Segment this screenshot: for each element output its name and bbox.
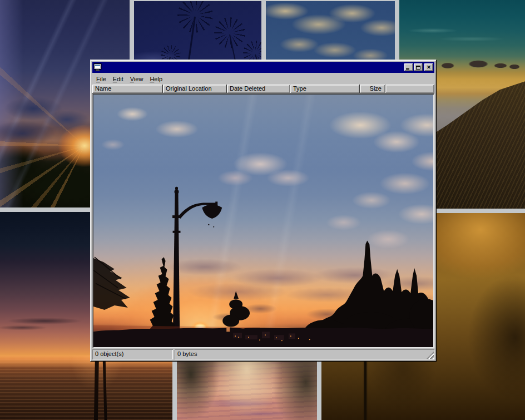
- menu-bar: File Edit View Help: [92, 73, 434, 85]
- column-header-size[interactable]: Size: [360, 85, 385, 93]
- title-bar[interactable]: ✕: [92, 62, 434, 73]
- maximize-button[interactable]: [414, 63, 423, 71]
- column-header-name[interactable]: Name: [92, 85, 163, 93]
- umbel-silhouette: [214, 17, 245, 48]
- maximize-icon: [416, 66, 420, 70]
- column-header-original-location[interactable]: Original Location: [163, 85, 227, 93]
- street-lamp-silhouette: [172, 187, 222, 347]
- column-header-date-deleted[interactable]: Date Deleted: [227, 85, 290, 93]
- landscape-silhouette: [93, 327, 433, 347]
- lake-water: [0, 355, 172, 420]
- close-button[interactable]: ✕: [424, 63, 433, 71]
- column-header-filler: [385, 85, 434, 93]
- window-system-icon[interactable]: [93, 63, 102, 71]
- minimize-button[interactable]: [404, 63, 413, 71]
- status-bar: 0 object(s) 0 bytes: [92, 349, 434, 359]
- column-header-row: Name Original Location Date Deleted Type…: [92, 85, 434, 93]
- status-bytes: 0 bytes: [175, 349, 434, 359]
- recycle-bin-window: ✕ File Edit View Help Name Original Loca…: [90, 60, 437, 362]
- resize-grip[interactable]: [427, 352, 434, 359]
- screen: ✕ File Edit View Help Name Original Loca…: [0, 0, 525, 420]
- menu-item-help[interactable]: Help: [146, 75, 166, 83]
- silhouette-overlay: [93, 95, 433, 347]
- status-bytes-text: 0 bytes: [177, 350, 197, 357]
- minimize-icon: [406, 68, 409, 70]
- file-list-viewport[interactable]: [92, 93, 434, 348]
- menu-item-file[interactable]: File: [93, 75, 110, 83]
- menu-item-view[interactable]: View: [127, 75, 147, 83]
- wall-gap: [130, 0, 399, 1]
- menu-item-edit[interactable]: Edit: [110, 75, 127, 83]
- status-objects: 0 object(s): [92, 349, 173, 359]
- sunset-sky-streetlamp-photo: [93, 95, 433, 347]
- close-icon: ✕: [427, 64, 431, 71]
- column-header-type[interactable]: Type: [290, 85, 360, 93]
- bush-silhouette: [222, 291, 250, 327]
